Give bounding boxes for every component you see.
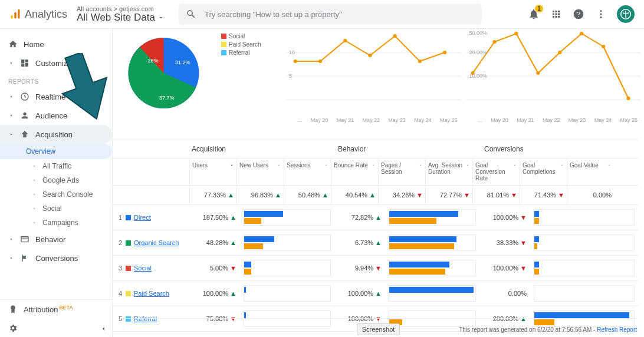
col-gv[interactable]: Goal Value	[567, 158, 614, 185]
table-row: 1Direct 187.50%▲ 72.82%▲ 100.00%▼	[113, 205, 638, 230]
channels-table: Acquisition Behavior Conversions UsersNe…	[113, 140, 638, 332]
home-icon	[8, 39, 18, 49]
col-gc[interactable]: Goal Completions	[520, 158, 567, 185]
svg-point-26	[492, 40, 496, 44]
svg-point-6	[600, 14, 602, 15]
dashboard-icon	[20, 58, 29, 68]
group-conversions: Conversions	[482, 140, 638, 158]
more-vert-icon	[596, 9, 606, 19]
account-switcher[interactable]: All accounts > getjess.com All Web Site …	[77, 5, 165, 24]
sidebar-admin[interactable]	[0, 319, 112, 337]
content: 26% 31.2% 37.7% Social Paid Search Refer…	[113, 29, 644, 337]
ga-logo[interactable]: Analytics	[9, 8, 67, 21]
svg-point-5	[600, 10, 602, 12]
channel-link[interactable]: Direct	[134, 214, 189, 221]
col-asd[interactable]: Avg. Session Duration	[425, 158, 472, 185]
analytics-logo-icon	[9, 8, 21, 20]
apps-icon	[551, 9, 561, 19]
caret-down-icon	[8, 131, 14, 137]
refresh-link[interactable]: Refresh Report	[597, 326, 637, 333]
pie-label: 31.2%	[175, 60, 190, 65]
pie-label: 37.7%	[159, 95, 175, 101]
svg-text:?: ?	[577, 10, 581, 18]
caret-right-icon	[32, 220, 37, 225]
screenshot-button[interactable]: Screenshot	[357, 323, 400, 335]
apps-button[interactable]	[550, 8, 563, 21]
svg-point-19	[393, 34, 397, 38]
svg-point-20	[418, 60, 422, 63]
behavior-icon	[20, 234, 29, 244]
sidebar-overview[interactable]: Overview	[0, 144, 112, 159]
svg-point-15	[294, 60, 297, 63]
svg-point-30	[580, 32, 583, 35]
svg-point-28	[536, 71, 540, 75]
col-bounce[interactable]: Bounce Rate	[331, 158, 378, 185]
col-pps[interactable]: Pages / Session	[378, 158, 425, 185]
col-gcr[interactable]: Goal Conversion Rate	[472, 158, 520, 185]
sidebar-acquisition[interactable]: Acquisition	[0, 125, 112, 144]
pie-chart: 26% 31.2% 37.7% Social Paid Search Refer…	[121, 29, 280, 123]
help-button[interactable]: ?	[572, 8, 585, 21]
channel-link[interactable]: Social	[134, 265, 189, 272]
avatar[interactable]	[617, 5, 635, 23]
sidebar-customization[interactable]: Customization	[0, 54, 112, 72]
sidebar-google-ads[interactable]: Google Ads	[0, 173, 112, 187]
acquisition-icon	[20, 130, 29, 139]
svg-point-29	[558, 51, 561, 54]
svg-rect-0	[11, 15, 13, 19]
caret-right-icon	[8, 113, 14, 118]
avatar-icon	[620, 9, 631, 19]
table-row: 3Social 5.00%▼ 9.94%▼ 100.00%▼	[113, 256, 638, 281]
col-users[interactable]: Users	[189, 158, 236, 185]
breadcrumb: All accounts > getjess.com	[77, 5, 165, 12]
logo-text: Analytics	[25, 8, 67, 21]
flag-icon	[20, 253, 29, 263]
svg-point-27	[514, 32, 518, 35]
pie-label: 26%	[148, 58, 159, 64]
col-new_users[interactable]: New Users	[236, 158, 284, 185]
channel-link[interactable]: Paid Search	[134, 290, 189, 297]
search-placeholder: Try searching "How to set up a property"	[205, 10, 342, 19]
sidebar-realtime[interactable]: Realtime	[0, 87, 112, 106]
sidebar-audience[interactable]: Audience	[0, 106, 112, 125]
search-bar[interactable]: Try searching "How to set up a property"	[179, 4, 482, 25]
svg-point-18	[368, 54, 372, 57]
reports-heading: REPORTS	[0, 72, 112, 87]
svg-rect-2	[18, 9, 19, 19]
caret-right-icon	[32, 192, 37, 197]
collapse-icon[interactable]	[99, 325, 107, 333]
svg-point-31	[602, 45, 605, 48]
caret-right-icon	[32, 178, 37, 183]
sidebar-conversions[interactable]: Conversions	[0, 249, 112, 267]
group-acquisition: Acquisition	[189, 140, 336, 158]
report-footer: Screenshot This report was generated on …	[120, 318, 637, 335]
sidebar-search-console[interactable]: Search Console	[0, 187, 112, 201]
table-row: 2Organic Search 48.28%▲ 6.73%▲ 38.33%▼	[113, 230, 638, 256]
col-sessions[interactable]: Sessions	[284, 158, 331, 185]
line-chart-1: 10 5 ...May 20May 21May 22May 23May 24Ma…	[286, 29, 461, 123]
sidebar-behavior[interactable]: Behavior	[0, 230, 112, 249]
svg-rect-10	[21, 236, 28, 242]
notifications-button[interactable]: 1	[527, 8, 540, 21]
svg-point-17	[343, 39, 347, 42]
svg-point-32	[626, 97, 630, 100]
caret-right-icon	[8, 60, 14, 66]
sidebar-campaigns[interactable]: Campaigns	[0, 216, 112, 230]
sidebar-social[interactable]: Social	[0, 201, 112, 216]
sidebar-home[interactable]: Home	[0, 35, 112, 54]
clock-icon	[20, 92, 29, 101]
channel-link[interactable]: Organic Search	[134, 239, 189, 246]
more-button[interactable]	[594, 8, 607, 21]
header: Analytics All accounts > getjess.com All…	[0, 0, 644, 29]
sidebar-all-traffic[interactable]: All Traffic	[0, 159, 112, 173]
help-icon: ?	[573, 8, 584, 20]
group-behavior: Behavior	[336, 140, 482, 158]
gear-icon	[8, 323, 18, 333]
sidebar-attribution[interactable]: AttributionBETA	[0, 300, 112, 319]
sidebar: Home Customization REPORTS Realtime Audi…	[0, 29, 113, 337]
svg-point-16	[318, 60, 322, 63]
caret-right-icon	[8, 236, 14, 242]
svg-point-7	[600, 16, 602, 18]
svg-point-21	[443, 51, 446, 54]
caret-right-icon	[8, 255, 14, 261]
